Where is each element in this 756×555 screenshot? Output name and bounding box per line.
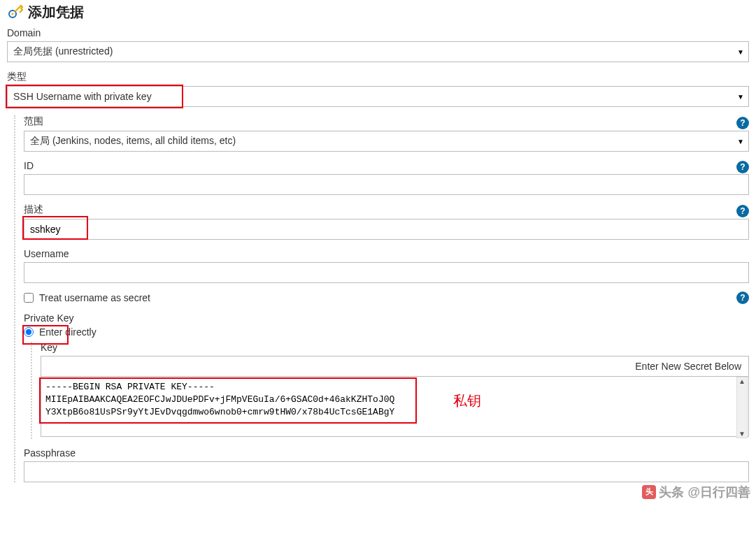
treat-secret-row: Treat username as secret <box>24 292 736 303</box>
scope-field: 范围 ? 全局 (Jenkins, nodes, items, all chil… <box>24 115 749 152</box>
domain-field: Domain 全局凭据 (unrestricted) ▼ <box>7 27 749 62</box>
page-title: 添加凭据 <box>28 3 84 22</box>
type-label: 类型 <box>7 71 749 83</box>
scope-select[interactable]: 全局 (Jenkins, nodes, items, all child ite… <box>24 131 749 152</box>
type-field: 类型 SSH Username with private key ▼ <box>7 71 749 107</box>
credential-details-block: 范围 ? 全局 (Jenkins, nodes, items, all chil… <box>14 115 749 482</box>
passphrase-input[interactable] <box>24 461 749 482</box>
username-label: Username <box>24 248 749 259</box>
annotation-label-private-key: 私钥 <box>453 391 481 410</box>
key-entry-block: Key Enter New Secret Below ▲▼ 私钥 <box>31 342 749 439</box>
private-key-field: Private Key Enter directly Key Enter New… <box>24 312 749 439</box>
id-input[interactable] <box>24 174 749 195</box>
scope-label: 范围 <box>24 115 736 128</box>
description-input[interactable] <box>24 219 749 240</box>
description-field: 描述 ? <box>24 203 749 240</box>
id-field: ID ? <box>24 160 749 195</box>
passphrase-label: Passphrase <box>24 447 749 459</box>
enter-directly-label: Enter directly <box>39 326 97 338</box>
help-icon[interactable]: ? <box>736 161 749 173</box>
watermark-logo-icon: 头 <box>642 485 656 499</box>
id-label: ID <box>24 160 736 171</box>
domain-label: Domain <box>7 27 749 38</box>
help-icon[interactable]: ? <box>736 205 749 217</box>
type-selected-value: SSH Username with private key <box>13 91 152 102</box>
enter-directly-row: Enter directly <box>24 326 749 338</box>
treat-secret-field: Treat username as secret ? <box>24 291 749 304</box>
description-label: 描述 <box>24 203 736 216</box>
username-field: Username <box>24 248 749 283</box>
scrollbar[interactable]: ▲▼ <box>736 377 748 438</box>
username-input[interactable] <box>24 262 749 283</box>
key-textarea-wrap: ▲▼ 私钥 <box>41 376 749 439</box>
scope-selected-value: 全局 (Jenkins, nodes, items, all child ite… <box>30 135 236 147</box>
passphrase-field: Passphrase <box>24 447 749 482</box>
svg-point-1 <box>12 13 14 15</box>
add-credentials-page: 添加凭据 Domain 全局凭据 (unrestricted) ▼ 类型 SSH… <box>0 0 756 505</box>
enter-directly-radio[interactable] <box>24 327 34 337</box>
private-key-textarea[interactable] <box>41 376 749 437</box>
help-icon[interactable]: ? <box>736 117 749 129</box>
key-icon <box>7 4 24 21</box>
treat-secret-checkbox[interactable] <box>24 293 34 303</box>
watermark: 头 头条 @日行四善 <box>642 484 750 500</box>
domain-select[interactable]: 全局凭据 (unrestricted) ▼ <box>7 41 749 62</box>
help-icon[interactable]: ? <box>736 291 749 304</box>
chevron-down-icon: ▼ <box>737 93 744 101</box>
chevron-down-icon: ▼ <box>737 48 744 56</box>
private-key-label: Private Key <box>24 312 749 324</box>
type-select[interactable]: SSH Username with private key ▼ <box>7 86 749 107</box>
watermark-text: 头条 @日行四善 <box>659 484 750 500</box>
chevron-down-icon: ▼ <box>737 138 744 145</box>
domain-selected-value: 全局凭据 (unrestricted) <box>13 45 113 58</box>
page-header: 添加凭据 <box>7 0 749 27</box>
new-secret-hint: Enter New Secret Below <box>41 356 749 376</box>
key-label: Key <box>41 342 749 353</box>
treat-secret-label: Treat username as secret <box>39 292 150 303</box>
